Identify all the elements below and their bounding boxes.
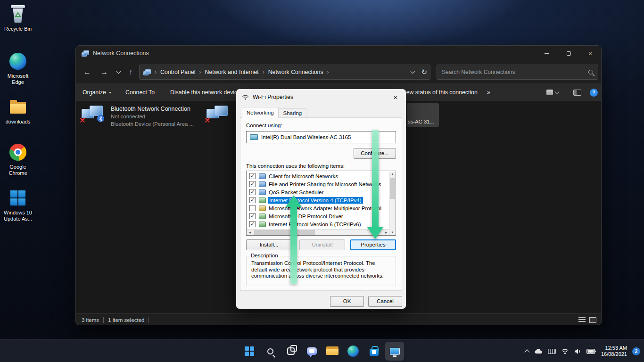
uninstall-button: Uninstall bbox=[299, 239, 345, 250]
preview-pane-button[interactable] bbox=[573, 83, 581, 101]
checkbox[interactable]: ✓ bbox=[249, 197, 256, 203]
volume-icon[interactable] bbox=[574, 348, 581, 354]
up-button[interactable]: ↑ bbox=[124, 66, 137, 79]
vertical-scrollbar[interactable]: ▲ ▼ bbox=[389, 172, 395, 235]
onedrive-cloud-icon[interactable] bbox=[534, 348, 543, 354]
edge-browser-button[interactable] bbox=[344, 342, 363, 361]
connect-using-label: Connect using: bbox=[246, 123, 282, 128]
scroll-down-icon[interactable]: ▼ bbox=[389, 231, 396, 234]
selected-count: 1 item selected bbox=[108, 317, 144, 323]
task-view-icon bbox=[287, 347, 295, 355]
microsoft-store-button[interactable] bbox=[364, 342, 383, 361]
maximize-button[interactable] bbox=[558, 46, 579, 61]
forward-button[interactable]: → bbox=[98, 66, 111, 79]
tab-networking[interactable]: Networking bbox=[242, 107, 279, 118]
connection-device: Bluetooth Device (Personal Area ... bbox=[111, 120, 194, 128]
ok-button[interactable]: OK bbox=[330, 296, 364, 307]
annotation-arrow-down bbox=[367, 130, 383, 239]
clock-time: 12:53 AM bbox=[601, 345, 627, 351]
connect-to-button[interactable]: Connect To bbox=[125, 83, 155, 101]
annotation-arrow-up bbox=[286, 195, 302, 285]
checkbox[interactable]: ✓ bbox=[249, 189, 256, 195]
disconnected-x-icon: ✕ bbox=[79, 116, 85, 125]
file-explorer-button[interactable] bbox=[323, 342, 342, 361]
chat-icon bbox=[307, 347, 317, 355]
desktop-icon-chrome[interactable]: Google Chrome bbox=[1, 143, 35, 176]
scrollbar-thumb[interactable] bbox=[390, 178, 395, 199]
organize-label: Organize bbox=[83, 89, 106, 96]
chrome-icon bbox=[8, 143, 27, 162]
window-title-bar: Network Connections × bbox=[76, 46, 601, 61]
minimize-button[interactable] bbox=[536, 46, 558, 61]
taskbar: 12:53 AM 16/08/2021 2 bbox=[0, 339, 644, 362]
view-toggle-button[interactable] bbox=[546, 83, 559, 101]
scrollbar-thumb[interactable] bbox=[254, 230, 315, 235]
organize-menu[interactable]: Organize ▼ bbox=[83, 83, 112, 101]
install-button[interactable]: Install... bbox=[246, 239, 292, 250]
checkbox[interactable]: ✓ bbox=[249, 181, 256, 187]
protocol-icon bbox=[259, 222, 266, 227]
properties-button[interactable]: Properties bbox=[350, 239, 396, 250]
help-button[interactable]: ? bbox=[590, 83, 598, 101]
connection-wifi-selected-fragment[interactable]: ss-AC 31... bbox=[407, 103, 439, 127]
search-box[interactable] bbox=[437, 65, 598, 80]
caret-down-icon: ▼ bbox=[108, 91, 112, 94]
desktop-icon-windows-update[interactable]: Windows 10 Update As... bbox=[1, 189, 35, 222]
taskbar-clock[interactable]: 12:53 AM 16/08/2021 bbox=[601, 345, 627, 357]
description-group: Transmission Control Protocol/Internet P… bbox=[246, 256, 396, 286]
dialog-close-button[interactable]: × bbox=[391, 92, 400, 102]
breadcrumb-network-connections[interactable]: Network Connections bbox=[268, 69, 323, 75]
breadcrumb-network-and-internet[interactable]: Network and Internet bbox=[205, 69, 259, 75]
search-input[interactable] bbox=[442, 69, 585, 75]
desktop-icon-edge[interactable]: Microsoft Edge bbox=[1, 52, 35, 85]
scroll-up-icon[interactable]: ▲ bbox=[389, 173, 396, 175]
checkbox[interactable]: ✓ bbox=[249, 173, 256, 179]
tab-sharing[interactable]: Sharing bbox=[279, 108, 307, 118]
checkbox[interactable]: ✓ bbox=[249, 213, 256, 219]
client-icon bbox=[259, 173, 266, 179]
scroll-left-icon[interactable]: ◀ bbox=[247, 230, 253, 235]
view-status-button[interactable]: View status of this connection bbox=[401, 83, 478, 101]
navigation-bar: ← → ↑ › Control Panel › Network and Inte… bbox=[76, 61, 601, 83]
connection-bluetooth[interactable]: ✕ Bluetooth Network Connection Not conne… bbox=[81, 104, 194, 128]
desktop-icon-recycle-bin[interactable]: Recycle Bin bbox=[1, 5, 35, 32]
checkbox[interactable]: ✓ bbox=[249, 221, 256, 227]
clock-date: 16/08/2021 bbox=[601, 351, 627, 357]
minimize-icon bbox=[545, 53, 549, 54]
overflow-icon: » bbox=[487, 89, 490, 96]
cancel-button[interactable]: Cancel bbox=[368, 296, 402, 307]
wifi-status-icon[interactable] bbox=[561, 348, 569, 354]
battery-icon[interactable] bbox=[586, 349, 596, 354]
touch-keyboard-icon[interactable] bbox=[548, 349, 556, 354]
icon-label: Windows 10 Update As... bbox=[1, 210, 35, 222]
folder-icon bbox=[8, 98, 27, 116]
breadcrumb-control-panel[interactable]: Control Panel bbox=[160, 69, 196, 75]
large-icons-view-icon[interactable] bbox=[589, 317, 596, 323]
task-view-button[interactable] bbox=[281, 342, 300, 361]
help-icon: ? bbox=[590, 89, 598, 97]
recent-locations-button[interactable] bbox=[114, 66, 123, 79]
taskbar-search-button[interactable] bbox=[261, 342, 280, 361]
notification-count-badge[interactable]: 2 bbox=[632, 347, 640, 355]
address-dropdown-icon[interactable] bbox=[411, 69, 415, 74]
divider bbox=[149, 317, 149, 323]
crumb-separator: › bbox=[196, 69, 205, 75]
back-button[interactable]: ← bbox=[81, 66, 94, 79]
refresh-icon[interactable]: ↻ bbox=[421, 68, 427, 76]
tray-overflow-chevron-icon[interactable] bbox=[524, 349, 529, 354]
checkbox[interactable] bbox=[249, 205, 256, 211]
chat-button[interactable] bbox=[302, 342, 321, 361]
scroll-right-icon[interactable]: ▶ bbox=[383, 230, 389, 235]
close-button[interactable]: × bbox=[579, 46, 601, 61]
start-button[interactable] bbox=[240, 342, 259, 361]
network-connections-app-button[interactable] bbox=[385, 342, 404, 361]
desktop-icon-downloads[interactable]: downloads bbox=[1, 98, 35, 125]
details-view-icon[interactable] bbox=[578, 317, 586, 323]
search-icon[interactable] bbox=[588, 70, 593, 74]
ethernet-network-icon: ✕ bbox=[206, 104, 229, 123]
address-bar[interactable]: › Control Panel › Network and Internet ›… bbox=[139, 65, 430, 80]
disable-device-button[interactable]: Disable this network device bbox=[170, 83, 240, 101]
toolbar-overflow-button[interactable]: » bbox=[487, 83, 490, 101]
multiplexor-icon bbox=[259, 206, 266, 211]
divider bbox=[103, 317, 104, 323]
